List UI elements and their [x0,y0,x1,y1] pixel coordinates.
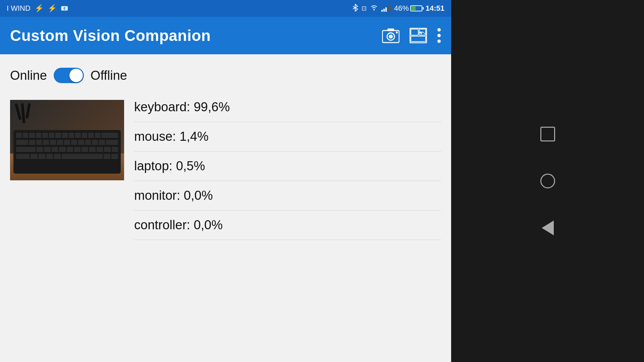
svg-point-10 [420,32,422,34]
square-icon [540,127,555,141]
result-item-3: monitor: 0,0% [134,181,441,210]
result-text-0: keyboard: 99,6% [134,100,230,114]
status-left: I WIND ⚡ ⚡ 📧 [7,4,68,13]
toggle-track [54,68,84,83]
svg-rect-4 [387,28,394,31]
content-area: Online Offline [0,54,451,362]
back-icon [542,221,554,235]
result-text-3: monitor: 0,0% [134,188,213,202]
app-title: Custom Vision Companion [10,26,211,45]
svg-point-5 [396,32,398,34]
online-label: Online [10,68,47,83]
status-right: ⊡ 46% [352,4,444,13]
nav-bar [451,0,644,362]
outlook-icon: 📧 [61,5,68,12]
main-content: keyboard: 99,6% mouse: 1,4% laptop: 0,5%… [10,100,441,240]
rotation-icon: ⊡ [362,5,367,12]
captured-image [10,100,124,180]
home-button[interactable] [538,171,558,191]
result-text-1: mouse: 1,4% [134,129,209,143]
bluetooth-icon [352,4,358,13]
result-text-4: controller: 0,0% [134,218,223,232]
usb-icon-1: ⚡ [35,4,44,13]
status-bar: I WIND ⚡ ⚡ 📧 ⊡ [0,0,451,17]
result-text-2: laptop: 0,5% [134,159,205,173]
app-toolbar: Custom Vision Companion [0,17,451,54]
result-item-2: laptop: 0,5% [134,152,441,181]
offline-label: Offline [91,68,127,83]
camera-button[interactable] [382,28,399,43]
keyboard-body [13,130,121,174]
carrier-text: I WIND [7,4,31,13]
result-item-1: mouse: 1,4% [134,122,441,152]
status-time: 14:51 [426,4,444,13]
svg-point-11 [437,28,441,32]
result-item-4: controller: 0,0% [134,210,441,240]
mode-row: Online Offline [10,68,441,83]
toolbar-icons [382,28,441,43]
svg-rect-9 [411,36,426,42]
usb-icon-2: ⚡ [48,4,57,13]
svg-point-0 [373,9,375,10]
more-menu-button[interactable] [437,28,441,43]
signal-bars [381,5,391,12]
keyboard-visual [10,100,124,180]
battery-container: 46% [394,4,422,13]
mode-toggle[interactable] [54,68,84,83]
battery-percent: 46% [394,4,409,13]
toggle-knob [69,69,83,82]
phone-area: I WIND ⚡ ⚡ 📧 ⊡ [0,0,451,362]
svg-rect-7 [411,29,418,35]
circle-icon [540,174,555,188]
recent-apps-button[interactable] [538,124,558,144]
gallery-button[interactable] [410,28,427,43]
svg-point-13 [437,40,441,43]
svg-point-3 [389,35,393,39]
result-item-0: keyboard: 99,6% [134,100,441,122]
svg-point-12 [437,34,441,37]
back-button[interactable] [538,218,558,238]
wifi-icon [370,4,378,13]
battery-icon [410,5,422,11]
results-list: keyboard: 99,6% mouse: 1,4% laptop: 0,5%… [134,100,441,240]
